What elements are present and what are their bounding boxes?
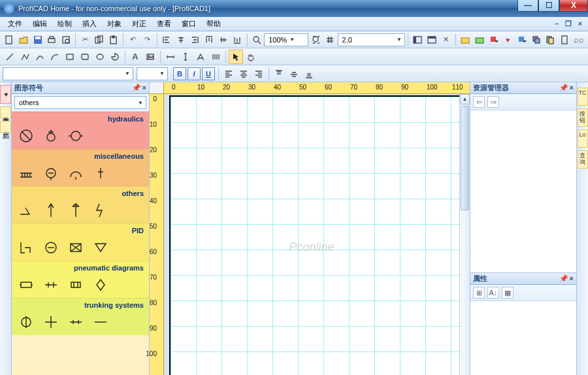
nav-back-icon[interactable]: ⇦ <box>473 96 485 108</box>
pane-close-icon[interactable]: × <box>142 84 146 92</box>
scroll-up-icon[interactable]: ▲ <box>460 94 470 105</box>
pid-icon-2[interactable] <box>43 240 59 255</box>
pan-tool[interactable] <box>244 50 258 64</box>
rtab-4[interactable]: 查询 <box>578 150 588 169</box>
pane-close-icon[interactable]: × <box>570 274 574 283</box>
props-sort-icon[interactable]: A↓ <box>487 287 499 299</box>
options-button[interactable]: ✕ <box>439 33 453 47</box>
folder-g-button[interactable] <box>473 33 487 47</box>
mdi-restore-button[interactable]: ❐ <box>563 19 574 29</box>
rtab-3[interactable]: Lo <box>578 129 588 148</box>
drawing-canvas[interactable]: Pconline <box>164 94 459 375</box>
just-left[interactable] <box>221 67 236 81</box>
open-button[interactable] <box>17 33 31 47</box>
grid-icon-tool[interactable] <box>208 50 223 64</box>
align-hcenter-button[interactable] <box>174 33 188 47</box>
folder-y-button[interactable] <box>459 33 472 47</box>
cat-pid[interactable]: PID <box>12 223 149 261</box>
just-right[interactable] <box>252 67 266 81</box>
others-icon-4[interactable] <box>93 203 108 218</box>
zoom-button[interactable] <box>250 33 264 47</box>
redo-button[interactable]: ↷ <box>140 33 154 47</box>
trunk-icon-3[interactable] <box>68 314 84 330</box>
props-cat-icon[interactable]: ⊞ <box>473 287 485 299</box>
curve-tool[interactable] <box>33 50 47 64</box>
pin-icon[interactable]: 📌 <box>559 274 568 283</box>
valign-mid[interactable] <box>287 67 301 81</box>
trunk-icon-4[interactable] <box>93 314 108 330</box>
underline-button[interactable]: U <box>202 67 215 80</box>
paste-button[interactable] <box>107 33 121 47</box>
cut-button[interactable]: ✂ <box>78 33 92 47</box>
mdi-close-button[interactable]: × <box>575 19 585 29</box>
size-combo[interactable]: ▼ <box>137 67 168 80</box>
menu-file[interactable]: 文件 <box>3 18 27 30</box>
trunk-icon-1[interactable] <box>18 314 34 330</box>
hydraulics-icon-3[interactable] <box>68 128 84 144</box>
pid-icon-1[interactable] <box>18 240 34 255</box>
menu-draw[interactable]: 绘制 <box>52 18 77 30</box>
pneu-icon-3[interactable] <box>68 277 84 293</box>
pneu-icon-2[interactable] <box>43 277 59 293</box>
line-tool[interactable] <box>3 50 17 64</box>
menu-window[interactable]: 窗口 <box>176 18 201 30</box>
doc-button[interactable] <box>558 33 572 47</box>
save-button[interactable] <box>31 33 44 47</box>
pneu-icon-1[interactable] <box>18 277 34 293</box>
align-vcenter-button[interactable] <box>216 33 230 47</box>
color1-button[interactable] <box>487 33 500 47</box>
color2-button[interactable] <box>515 33 529 47</box>
lefttab-docs[interactable]: 文档 <box>0 121 11 133</box>
dim-a-tool[interactable] <box>193 50 208 64</box>
grid-toggle-button[interactable] <box>323 33 337 47</box>
nav-fwd-icon[interactable]: ⇨ <box>487 96 499 108</box>
cat-miscellaneous[interactable]: miscellaneous <box>12 149 149 186</box>
trunk-icon-2[interactable] <box>43 314 59 330</box>
menu-insert[interactable]: 插入 <box>77 18 102 30</box>
menu-object[interactable]: 对象 <box>102 18 127 30</box>
pie-tool[interactable] <box>108 50 122 64</box>
misc-icon-3[interactable] <box>68 165 84 181</box>
mdi-minimize-button[interactable]: – <box>551 19 562 29</box>
misc-icon-1[interactable] <box>18 165 34 181</box>
align-bottom-button[interactable] <box>231 33 244 47</box>
category-combo[interactable]: others▼ <box>14 96 146 109</box>
cat-trunking[interactable]: trunking systems <box>12 298 149 335</box>
minimize-button[interactable]: — <box>517 0 538 12</box>
align-top-button[interactable] <box>203 33 216 47</box>
pid-icon-4[interactable] <box>93 240 108 255</box>
text-tool[interactable]: A <box>128 50 142 64</box>
maximize-button[interactable]: ☐ <box>538 0 559 12</box>
others-icon-2[interactable] <box>43 203 59 218</box>
rtab-2[interactable]: 按钮 <box>578 108 588 127</box>
misc-icon-2[interactable] <box>43 165 59 181</box>
cat-hydraulics[interactable]: hydraulics <box>12 112 149 149</box>
panel1-button[interactable] <box>411 33 425 47</box>
props-grid-icon[interactable]: ▦ <box>502 287 514 299</box>
others-icon-3[interactable] <box>68 203 84 218</box>
dim-h-tool[interactable] <box>163 50 178 64</box>
ellipse-tool[interactable] <box>93 50 107 64</box>
align-right-button[interactable] <box>188 33 202 47</box>
binoculars-button[interactable]: ⌕⌕ <box>572 33 585 47</box>
pin-icon[interactable]: 📌 <box>132 84 141 92</box>
zoom-fit-button[interactable] <box>309 33 323 47</box>
arc-tool[interactable] <box>48 50 62 64</box>
lefttab-symbols[interactable]: 文本符号 <box>0 106 11 118</box>
polyline-tool[interactable] <box>18 50 32 64</box>
copy-button[interactable] <box>93 33 106 47</box>
rect-tool[interactable] <box>63 50 77 64</box>
pane-close-icon[interactable]: × <box>570 84 574 92</box>
pid-icon-3[interactable] <box>68 240 84 255</box>
lefttab-heart[interactable]: ♥ <box>0 85 11 104</box>
heart-button[interactable]: ♥ <box>501 33 515 47</box>
align-left-button[interactable] <box>160 33 174 47</box>
menu-align[interactable]: 对正 <box>127 18 152 30</box>
misc-icon-4[interactable] <box>93 165 108 181</box>
valign-top[interactable] <box>272 67 286 81</box>
undo-button[interactable]: ↶ <box>126 33 140 47</box>
print-button[interactable] <box>45 33 59 47</box>
vertical-scrollbar[interactable]: ▲ ▼ <box>459 94 470 375</box>
menu-edit[interactable]: 编辑 <box>27 18 52 30</box>
close-button[interactable]: X <box>559 0 588 12</box>
